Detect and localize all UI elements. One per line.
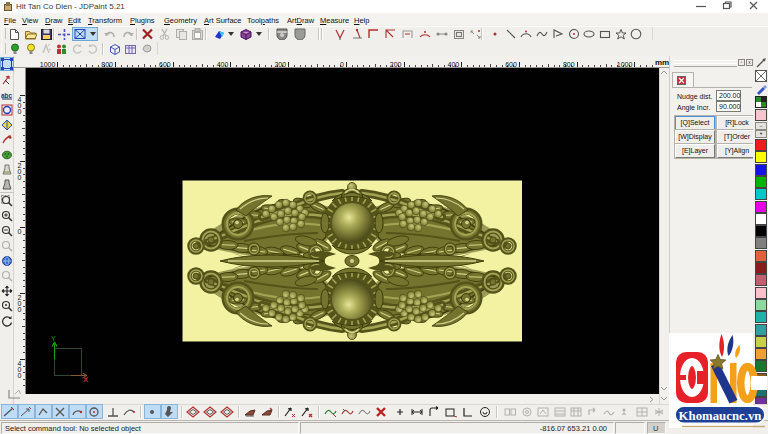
svg-text:Khomaucnc.vn: Khomaucnc.vn bbox=[679, 409, 762, 423]
svg-text:X: X bbox=[83, 375, 89, 384]
svg-text:abc: abc bbox=[1, 92, 13, 99]
svg-text:Y: Y bbox=[51, 335, 56, 342]
